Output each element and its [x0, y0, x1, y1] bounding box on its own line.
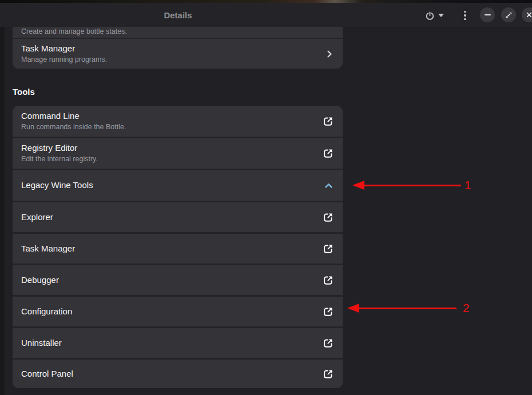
external-link-icon	[322, 368, 334, 380]
row-title: Task Manager	[21, 43, 324, 54]
row-title: Legacy Wine Tools	[21, 180, 323, 190]
bottle-options-card: Create and manage bottle states. Task Ma…	[13, 27, 343, 69]
external-link-icon	[322, 243, 334, 255]
annotation-label-1: 1	[464, 178, 471, 192]
minimize-button[interactable]	[480, 7, 495, 22]
minimize-icon	[485, 14, 491, 15]
row-subtitle: Edit the internal registry.	[21, 155, 322, 163]
maximize-button[interactable]	[501, 7, 516, 22]
chevron-down-icon	[438, 14, 444, 17]
annotation-arrowhead-1	[352, 181, 364, 190]
menu-dot	[464, 18, 466, 21]
row-title: Task Manager	[21, 244, 322, 254]
row-title: Debugger	[21, 275, 322, 285]
primary-menu-button[interactable]	[460, 9, 470, 22]
external-link-icon	[322, 337, 334, 349]
row-title: Configuration	[21, 306, 322, 317]
row-title: Command Line	[21, 111, 322, 121]
chevron-right-icon	[324, 49, 334, 59]
external-link-icon	[322, 147, 334, 159]
row-subtitle: Create and manage bottle states.	[21, 27, 334, 36]
annotation-label-2: 2	[463, 301, 470, 315]
power-menu-button[interactable]	[422, 9, 446, 22]
row-title: Control Panel	[21, 369, 322, 379]
list-item-configuration[interactable]: Configuration	[13, 297, 343, 326]
close-icon	[525, 11, 532, 19]
maximize-icon	[505, 11, 513, 19]
list-item-control-panel[interactable]: Control Panel	[13, 360, 343, 388]
row-subtitle: Run commands inside the Bottle.	[21, 123, 322, 131]
window-title: Details	[0, 10, 356, 20]
expander-row-legacy-wine-tools[interactable]: Legacy Wine Tools	[13, 170, 343, 201]
annotation-arrow-line-2	[358, 308, 456, 309]
section-heading-tools: Tools	[13, 87, 35, 97]
list-item-uninstaller[interactable]: Uninstaller	[13, 328, 343, 358]
list-item-registry-editor[interactable]: Registry Editor Edit the internal regist…	[13, 138, 343, 169]
row-title: Uninstaller	[21, 338, 322, 348]
power-icon	[425, 11, 435, 21]
external-link-icon	[322, 115, 334, 127]
list-item-clipped[interactable]: Create and manage bottle states.	[13, 27, 343, 38]
row-title: Explorer	[21, 212, 322, 222]
list-item-debugger[interactable]: Debugger	[13, 265, 343, 295]
list-item-explorer[interactable]: Explorer	[13, 202, 343, 232]
annotation-arrow-line-1	[363, 185, 461, 186]
external-link-icon	[322, 212, 334, 224]
row-subtitle: Manage running programs.	[21, 55, 324, 64]
menu-dot	[464, 11, 466, 13]
list-item-command-line[interactable]: Command Line Run commands inside the Bot…	[13, 106, 343, 137]
window-edge-shadow	[0, 27, 5, 395]
row-title: Registry Editor	[21, 143, 322, 153]
external-link-icon	[322, 306, 334, 318]
external-link-icon	[322, 274, 334, 286]
tools-card: Command Line Run commands inside the Bot…	[13, 106, 343, 388]
chevron-up-icon	[323, 180, 334, 191]
annotation-arrowhead-2	[347, 304, 359, 313]
menu-dot	[464, 14, 466, 17]
list-item-task-manager-tool[interactable]: Task Manager	[13, 234, 343, 264]
list-item-task-manager[interactable]: Task Manager Manage running programs.	[13, 39, 343, 69]
